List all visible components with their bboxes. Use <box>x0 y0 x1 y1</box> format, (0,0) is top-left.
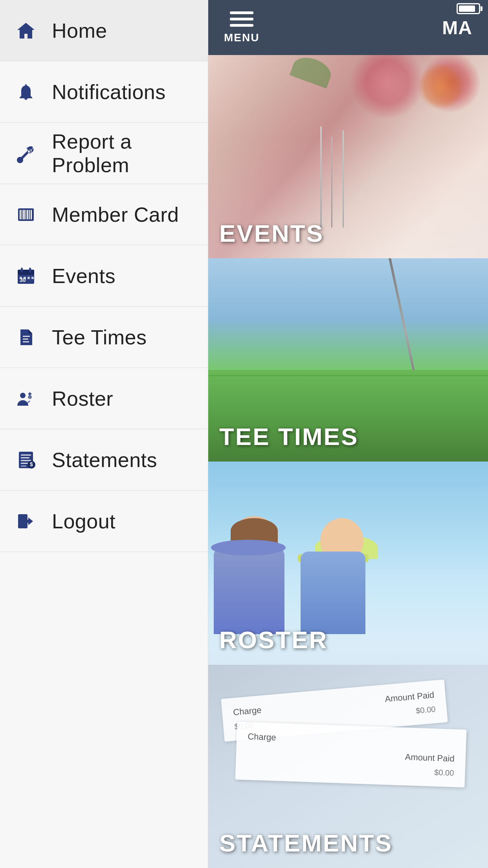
paper2-amount-label: Amount Paid <box>405 752 455 764</box>
document-icon <box>14 326 38 349</box>
right-panel: MENU MA <box>208 0 488 868</box>
svg-rect-16 <box>28 277 30 279</box>
barcode-icon <box>14 203 38 226</box>
sidebar-item-home-label: Home <box>52 19 107 42</box>
calendar-icon: 30 <box>14 264 38 288</box>
tiles-container: EVENTS TEE TIMES <box>208 55 488 868</box>
home-icon <box>14 19 38 42</box>
svg-rect-20 <box>23 341 29 342</box>
header-title: MA <box>442 17 472 39</box>
svg-rect-30 <box>21 465 26 467</box>
menu-button[interactable]: MENU <box>224 11 259 44</box>
tile-roster[interactable]: ROSTER <box>208 462 488 665</box>
sidebar-item-statements-label: Statements <box>52 448 157 472</box>
svg-rect-11 <box>21 268 23 272</box>
sidebar: Home Notifications Report a Problem <box>0 0 208 868</box>
sidebar-item-notifications-label: Notifications <box>52 80 166 104</box>
sidebar-item-logout[interactable]: Logout <box>0 491 208 552</box>
sidebar-item-roster-label: Roster <box>52 387 113 410</box>
logout-icon <box>14 509 38 533</box>
top-bar: MENU MA <box>208 0 488 55</box>
paper2-value3: $0.00 <box>434 768 454 778</box>
tile-statements-label: STATEMENTS <box>219 829 393 857</box>
svg-rect-8 <box>31 210 32 219</box>
svg-text:$: $ <box>30 461 33 467</box>
statements-icon: $ <box>14 448 38 472</box>
svg-rect-15 <box>24 277 26 279</box>
sidebar-item-home[interactable]: Home <box>0 0 208 61</box>
sidebar-item-tee-times-label: Tee Times <box>52 326 147 349</box>
sidebar-item-report-problem-label: Report a Problem <box>52 130 194 177</box>
svg-point-22 <box>28 395 32 399</box>
tile-roster-label: ROSTER <box>219 626 328 654</box>
wrench-icon <box>14 142 38 165</box>
people-icon <box>14 387 38 410</box>
tile-tee-times-label: TEE TIMES <box>219 423 358 451</box>
tile-events[interactable]: EVENTS <box>208 55 488 258</box>
svg-rect-12 <box>29 268 31 272</box>
tile-events-label: EVENTS <box>219 219 324 247</box>
menu-label: MENU <box>224 31 259 44</box>
svg-rect-29 <box>21 463 29 464</box>
sidebar-item-member-card[interactable]: Member Card <box>0 184 208 245</box>
sidebar-item-events[interactable]: 30 Events <box>0 245 208 307</box>
svg-rect-26 <box>21 454 31 456</box>
tile-statements[interactable]: Charge Amount Paid $0.00 $0.00 Charge Am… <box>208 665 488 868</box>
battery-icon <box>457 3 480 14</box>
svg-point-0 <box>19 158 22 161</box>
paper1-value2: $0.00 <box>415 705 436 715</box>
svg-rect-10 <box>18 270 34 275</box>
svg-point-21 <box>20 393 26 398</box>
svg-rect-4 <box>23 210 25 219</box>
paper1-charge-label: Charge <box>233 705 262 717</box>
sidebar-item-statements[interactable]: $ Statements <box>0 429 208 491</box>
sidebar-item-logout-label: Logout <box>52 509 116 533</box>
sidebar-item-roster[interactable]: Roster <box>0 368 208 429</box>
sidebar-item-member-card-label: Member Card <box>52 203 179 226</box>
svg-rect-14 <box>20 277 22 279</box>
sidebar-item-notifications[interactable]: Notifications <box>0 61 208 123</box>
svg-rect-27 <box>21 457 29 458</box>
svg-rect-6 <box>27 210 28 219</box>
svg-rect-2 <box>20 210 21 219</box>
sidebar-item-events-label: Events <box>52 264 116 288</box>
paper2-charge-label: Charge <box>248 732 276 743</box>
hamburger-icon <box>230 11 253 27</box>
sidebar-item-report-problem[interactable]: Report a Problem <box>0 123 208 184</box>
svg-rect-5 <box>26 210 26 219</box>
svg-rect-17 <box>31 277 34 279</box>
bell-icon <box>14 80 38 104</box>
svg-rect-3 <box>22 210 22 219</box>
sidebar-item-tee-times[interactable]: Tee Times <box>0 307 208 368</box>
svg-rect-18 <box>23 336 30 337</box>
svg-rect-7 <box>29 210 30 219</box>
paper1-amount-label: Amount Paid <box>384 690 435 704</box>
tile-tee-times[interactable]: TEE TIMES <box>208 258 488 462</box>
svg-rect-19 <box>23 338 28 340</box>
